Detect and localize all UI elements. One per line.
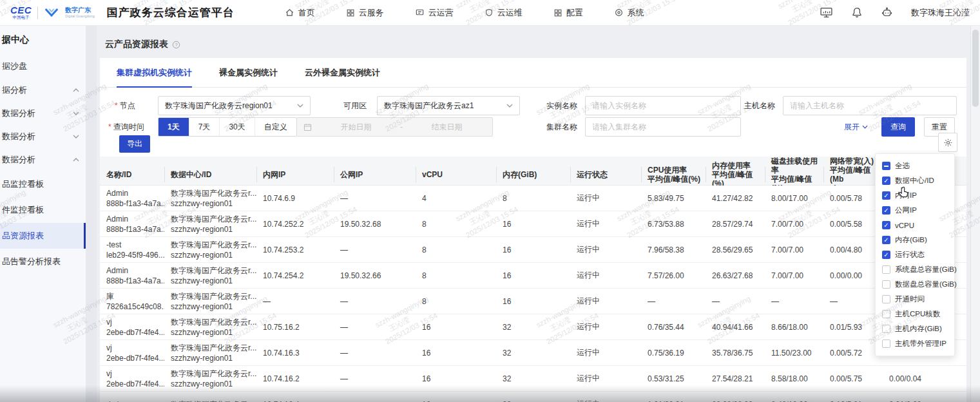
sidebar-item-7[interactable]: 件监控看板 [0, 197, 86, 223]
checkbox-checked-icon[interactable]: ✓ [882, 191, 890, 200]
page-title: 云产品资源报表 [105, 39, 168, 50]
cell-cpu: 0.53/31.25 [641, 374, 706, 383]
panel-item-0[interactable]: 全选 [882, 158, 952, 173]
panel-item-4[interactable]: ✓vCPU [882, 218, 952, 233]
chevron-up-icon [73, 158, 79, 162]
checkbox-unchecked-icon[interactable] [882, 340, 890, 348]
cell-disk: 7.00/7.00 [765, 220, 823, 229]
nav-item-5[interactable]: 系统 [614, 7, 644, 19]
tab-2[interactable]: 云外裸金属实例统计 [305, 58, 380, 88]
time-option-2[interactable]: 30天 [219, 118, 254, 136]
cell-vcpu: 16 [416, 400, 496, 402]
checkbox-unchecked-icon[interactable] [882, 325, 890, 333]
cell-net_in: 0.00/5.78 [823, 194, 883, 203]
sidebar-item-2[interactable]: 据分析 [0, 79, 86, 102]
robot-icon[interactable] [881, 6, 893, 19]
panel-item-11[interactable]: 主机内存(GiB) [882, 321, 952, 336]
cell-disk: 7.00/7.00 [765, 271, 823, 280]
panel-item-12[interactable]: 主机带外管理IP [882, 336, 952, 351]
datacenter-name: 数字珠海国产化政务云r... [171, 188, 256, 198]
instance-name-input[interactable] [585, 96, 741, 115]
cell-private_ip: 10.74.6.9 [256, 194, 334, 203]
scrollbar-thumb[interactable] [972, 30, 979, 107]
panel-item-label: 主机内存(GiB) [895, 324, 942, 334]
sidebar-item-8[interactable]: 品资源报表 [0, 223, 86, 249]
sidebar-item-4[interactable]: 数据分析 [0, 125, 86, 148]
logo-group: CEC 中国电子 数字广东 Digital Guangdong 国产政务云综合运… [10, 5, 235, 20]
checkbox-checked-icon[interactable]: ✓ [882, 251, 890, 259]
host-name-input[interactable] [783, 96, 957, 115]
bell-icon[interactable] [851, 6, 863, 19]
az-label: 可用区 [343, 96, 367, 115]
az-select-value: 数字珠海国产化政务云az1 [384, 100, 474, 111]
instance-name: Admin [106, 214, 164, 224]
cell-status: 运行中 [570, 218, 641, 229]
cell-vcpu: 4 [416, 194, 496, 203]
nav-item-1[interactable]: 云服务 [346, 7, 384, 19]
sidebar-item-9[interactable]: 品告警分析报表 [0, 249, 86, 274]
checkbox-indeterminate-icon[interactable] [882, 162, 890, 170]
user-name[interactable]: 数字珠海王沁滢 [911, 7, 970, 19]
help-icon[interactable]: ? [172, 41, 180, 49]
time-option-0[interactable]: 1天 [159, 118, 189, 136]
nav-item-3[interactable]: 云运维 [485, 7, 523, 19]
panel-item-8[interactable]: 数据盘总容量(GiB) [882, 277, 952, 292]
az-select[interactable]: 数字珠海国产化政务云az1 [377, 96, 520, 115]
nav-item-0[interactable]: 首页 [285, 7, 315, 19]
config-grid-icon [553, 8, 562, 17]
cell-vcpu: 16 [416, 374, 496, 383]
page-scrollbar[interactable] [970, 26, 980, 402]
cell-datacenter-id: 数字珠海国产化政务云r...szzhzwy-region01 [164, 265, 256, 286]
datacenter-name: 数字珠海国产化政务云r... [171, 214, 256, 224]
checkbox-checked-icon[interactable]: ✓ [882, 177, 890, 185]
tab-1[interactable]: 裸金属实例统计 [219, 58, 278, 88]
sidebar-item-3[interactable]: 数据分析 [0, 102, 86, 125]
checkbox-checked-icon[interactable]: ✓ [882, 221, 890, 229]
panel-item-2[interactable]: ✓内网IP [882, 188, 952, 203]
time-option-1[interactable]: 7天 [189, 118, 220, 136]
cell-datacenter-id: 数字珠海国产化政务云r...szzhzwy-region01 [164, 214, 256, 235]
panel-item-7[interactable]: 系统盘总容量(GiB) [882, 262, 952, 277]
cell-public_ip: — [334, 297, 416, 306]
tab-0[interactable]: 集群虚拟机实例统计 [117, 58, 192, 88]
sidebar-item-1[interactable]: 据沙盘 [0, 54, 86, 79]
nav-item-2[interactable]: 云运营 [415, 7, 454, 19]
time-option-3[interactable]: 自定义 [255, 118, 296, 136]
host-name-label: 主机名称 [744, 96, 775, 115]
panel-item-label: 主机CPU核数 [895, 309, 940, 319]
checkbox-checked-icon[interactable]: ✓ [882, 206, 890, 215]
header-line: 平均值/峰值(%) [648, 175, 702, 184]
cluster-name-input[interactable] [585, 117, 741, 137]
sidebar-item-label: 数据分析 [2, 131, 35, 142]
cell-mem: 16 [496, 220, 570, 229]
checkbox-unchecked-icon[interactable] [882, 310, 890, 318]
date-range-picker[interactable]: 开始日期 - 结束日期 [296, 117, 493, 137]
instance-name: Admin [106, 188, 164, 198]
nav-item-label: 云服务 [359, 7, 384, 19]
panel-item-10[interactable]: 主机CPU核数 [882, 307, 952, 321]
cell-vcpu: 8 [416, 297, 496, 306]
panel-item-3[interactable]: ✓公网IP [882, 203, 952, 218]
screen-monitor-icon[interactable] [820, 6, 833, 19]
page-title-row: 云产品资源报表 ? [105, 39, 180, 50]
checkbox-checked-icon[interactable]: ✓ [882, 236, 890, 244]
expand-link[interactable]: 展开 [844, 117, 868, 137]
panel-item-1[interactable]: ✓数据中心/ID [882, 173, 952, 188]
export-button[interactable]: 导出 [119, 135, 150, 153]
node-select[interactable]: 数字珠海国产化政务云region01 [158, 96, 311, 115]
checkbox-unchecked-icon[interactable] [882, 280, 890, 289]
expand-label: 展开 [844, 117, 860, 137]
sidebar-item-5[interactable]: 数据分析 [0, 148, 86, 171]
checkbox-unchecked-icon[interactable] [882, 295, 890, 303]
column-settings-button[interactable] [938, 133, 957, 152]
node-label: *节点 [115, 96, 135, 115]
checkbox-unchecked-icon[interactable] [882, 265, 890, 274]
dg-logo-subtext: Digital Guangdong [65, 15, 95, 19]
panel-item-6[interactable]: ✓运行状态 [882, 247, 952, 262]
sidebar-item-6[interactable]: 品监控看板 [0, 171, 86, 197]
search-button[interactable]: 查询 [881, 117, 915, 137]
cell-mem_usage: — [706, 297, 765, 306]
panel-item-5[interactable]: ✓内存(GiB) [882, 233, 952, 247]
panel-item-9[interactable]: 开通时间 [882, 292, 952, 307]
nav-item-4[interactable]: 配置 [553, 7, 583, 19]
